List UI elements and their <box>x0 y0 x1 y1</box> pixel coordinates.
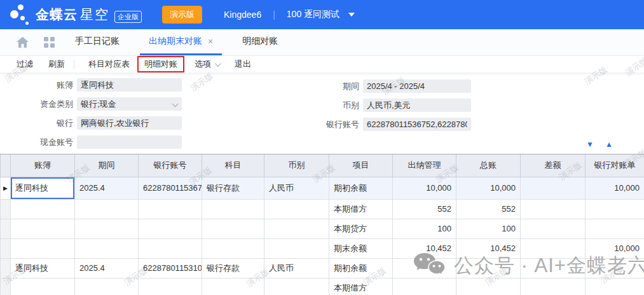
grid-cell[interactable] <box>75 278 139 295</box>
row-selector-cell[interactable] <box>1 238 11 258</box>
grid-cell[interactable] <box>521 219 586 238</box>
grid-cell[interactable] <box>264 238 329 258</box>
grid-cell[interactable] <box>139 219 202 238</box>
grid-column-header[interactable]: 差额 <box>521 154 586 177</box>
grid-column-header[interactable]: 银行对账单 <box>586 154 644 177</box>
collapse-panel-icon[interactable]: ▼ <box>586 141 594 148</box>
grid-cell[interactable] <box>586 278 644 295</box>
grid-cell[interactable] <box>264 199 329 219</box>
account-mapping-button[interactable]: 科目对应表 <box>83 57 135 72</box>
cash-account-input[interactable] <box>77 135 182 149</box>
grid-cell[interactable] <box>75 238 139 258</box>
home-icon[interactable] <box>17 29 29 55</box>
grid-cell[interactable]: 逐同科技 <box>11 258 75 278</box>
grid-cell[interactable] <box>264 219 329 238</box>
grid-cell[interactable] <box>393 258 456 278</box>
grid-cell[interactable] <box>139 278 202 295</box>
grid-cell[interactable]: 人民币 <box>264 258 329 278</box>
grid-column-header[interactable]: 科目 <box>202 154 264 177</box>
grid-cell[interactable]: 银行存款 <box>202 177 264 199</box>
expand-panel-icon[interactable]: ▲ <box>605 141 613 148</box>
grid-cell[interactable] <box>202 219 264 238</box>
period-input[interactable] <box>363 79 471 93</box>
grid-cell[interactable] <box>11 219 75 238</box>
demo-version-button[interactable]: 演示版 <box>162 6 202 24</box>
grid-cell[interactable]: 本期贷方 <box>329 219 393 238</box>
close-icon[interactable]: × <box>208 36 213 46</box>
grid-cell[interactable] <box>11 238 75 258</box>
tab-detail-recon[interactable]: 明细对账 <box>233 29 287 55</box>
grid-cell[interactable] <box>521 199 586 219</box>
tab-manual-journal[interactable]: 手工日记账 <box>66 29 128 55</box>
row-selector-cell[interactable] <box>1 278 11 295</box>
bank-account-input[interactable] <box>363 118 471 131</box>
grid-cell[interactable]: 期初余额 <box>329 177 393 199</box>
grid-cell[interactable]: 622878011536752 <box>139 177 202 199</box>
grid-cell[interactable]: 10,000 <box>393 177 456 199</box>
grid-column-header[interactable]: 银行账号 <box>139 154 202 177</box>
grid-cell[interactable]: 银行存款 <box>202 258 264 278</box>
options-button[interactable]: 选项 <box>189 57 224 72</box>
grid-cell[interactable] <box>75 219 139 238</box>
grid-cell[interactable] <box>586 199 644 219</box>
grid-cell[interactable]: 62287801153100 <box>139 258 202 278</box>
grid-column-header[interactable]: 期间 <box>75 154 139 177</box>
grid-cell[interactable]: 逐同科技 <box>11 177 75 199</box>
grid-cell[interactable]: 2025.4 <box>75 177 139 199</box>
grid-cell[interactable] <box>75 199 139 219</box>
refresh-button[interactable]: 刷新 <box>43 57 70 72</box>
grid-column-header[interactable]: 出纳管理 <box>393 154 456 177</box>
grid-cell[interactable] <box>11 278 75 295</box>
grid-cell[interactable]: 552 <box>456 199 521 219</box>
grid-cell[interactable] <box>202 238 264 258</box>
grid-cell[interactable] <box>264 278 329 295</box>
row-selector-cell[interactable] <box>1 219 11 238</box>
book-input[interactable] <box>77 78 182 92</box>
grid-cell[interactable] <box>456 278 521 295</box>
fund-type-select[interactable] <box>77 97 182 111</box>
organization-selector[interactable]: 100 逐同测试 <box>287 9 339 20</box>
grid-cell[interactable] <box>11 199 75 219</box>
grid-cell[interactable]: 100 <box>393 219 456 238</box>
grid-cell[interactable] <box>393 278 456 295</box>
grid-cell[interactable]: 10,452 <box>456 238 521 258</box>
grid-cell[interactable]: 10,000 <box>456 177 521 199</box>
grid-cell[interactable]: 10,000 <box>586 238 644 258</box>
grid-cell[interactable] <box>202 199 264 219</box>
grid-cell[interactable] <box>586 258 644 278</box>
grid-cell[interactable] <box>586 219 644 238</box>
grid-cell[interactable] <box>456 258 521 278</box>
bank-input[interactable] <box>77 116 182 130</box>
grid-cell[interactable]: 10,452 <box>393 238 456 258</box>
grid-cell[interactable]: 本期借方 <box>329 199 393 219</box>
grid-cell[interactable] <box>139 199 202 219</box>
grid-column-header[interactable]: 币别 <box>264 154 329 177</box>
grid-cell[interactable]: 552 <box>393 199 456 219</box>
grid-cell[interactable] <box>521 258 586 278</box>
grid-cell[interactable]: 期末余额 <box>329 238 393 258</box>
grid-column-header[interactable]: 总账 <box>456 154 521 177</box>
current-row-arrow-icon[interactable]: ▶ <box>1 177 11 199</box>
grid-cell[interactable]: 10,000 <box>586 177 644 199</box>
caret-down-icon[interactable] <box>348 13 355 17</box>
grid-cell[interactable]: 期初余额 <box>329 258 393 278</box>
currency-input[interactable] <box>363 99 471 112</box>
grid-cell[interactable]: 2025.4 <box>75 258 139 278</box>
grid-cell[interactable]: 100 <box>456 219 521 238</box>
filter-button[interactable]: 过滤 <box>11 57 38 72</box>
grid-cell[interactable] <box>521 177 586 199</box>
row-selector-cell[interactable] <box>1 199 11 219</box>
grid-column-header[interactable]: 账簿 <box>11 154 75 177</box>
grid-cell[interactable] <box>521 238 586 258</box>
grid-cell[interactable]: 人民币 <box>264 177 329 199</box>
row-selector-cell[interactable] <box>1 258 11 278</box>
detail-recon-button[interactable]: 明细对账 <box>137 56 184 72</box>
grid-cell[interactable] <box>521 278 586 295</box>
tab-cashier-period-recon[interactable]: 出纳期末对账 × <box>140 29 222 55</box>
exit-button[interactable]: 退出 <box>230 57 256 72</box>
grid-cell[interactable] <box>202 278 264 295</box>
apps-grid-icon[interactable] <box>44 37 55 48</box>
grid-cell[interactable] <box>139 238 202 258</box>
grid-cell[interactable]: 本期借方 <box>329 278 393 295</box>
grid-column-header[interactable]: 项目 <box>329 154 393 177</box>
